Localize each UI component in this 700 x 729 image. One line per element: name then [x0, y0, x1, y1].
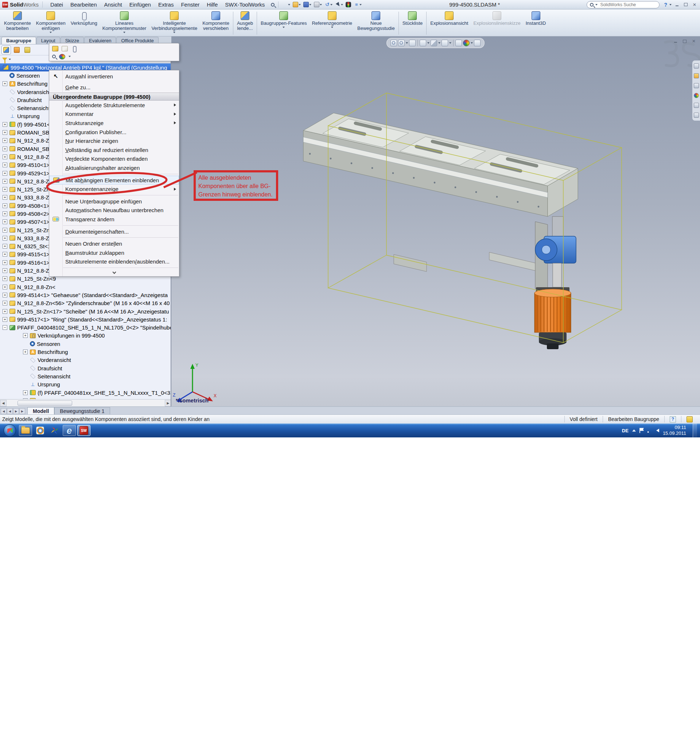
previous-view-icon[interactable] [409, 40, 415, 46]
mate-icon[interactable] [71, 46, 77, 51]
menu-item[interactable]: Vollständig auf reduziert einstellen [49, 145, 179, 155]
expand-toggle-icon[interactable]: + [3, 309, 7, 314]
expand-toggle-icon[interactable]: + [3, 276, 7, 281]
scroll-left-icon[interactable]: ◀ [0, 400, 7, 407]
dropdown-caret-icon[interactable] [449, 42, 451, 44]
appearances-scenes-icon[interactable] [694, 103, 699, 108]
dropdown-caret-icon[interactable] [438, 42, 440, 44]
tree-item[interactable]: +999-4517<1> "Ring" (Standard<<Standard>… [0, 315, 171, 323]
dropdown-caret-icon[interactable] [299, 4, 301, 6]
expand-toggle-icon[interactable]: − [3, 325, 7, 330]
section-view-icon[interactable] [420, 40, 426, 46]
scrollbar-thumb[interactable] [17, 401, 72, 406]
menu-item[interactable]: Komponentenanzeige [49, 184, 179, 193]
menu-item[interactable]: Strukturelemente einblenden/ausblenden..… [49, 257, 179, 266]
menu-item[interactable]: Automatischen Neuaufbau unterbrechen [49, 206, 179, 215]
menu-item[interactable]: Mit abhängigen Elementen einblenden [49, 176, 179, 185]
rebuild-button[interactable] [345, 1, 352, 8]
taskbar-app-solidworks[interactable]: SW [77, 425, 90, 436]
dropdown-caret-icon[interactable] [330, 4, 333, 6]
doc-close-icon[interactable]: ✕ [691, 39, 697, 44]
appearances-icon[interactable] [463, 40, 470, 46]
menu-item[interactable]: ↖Auswahl invertieren [49, 71, 179, 82]
model-tab-modell[interactable]: Modell [28, 407, 54, 415]
menubar-item[interactable]: Extras [155, 1, 177, 9]
expand-toggle-icon[interactable]: + [23, 391, 28, 395]
file-explorer-icon[interactable] [694, 83, 699, 88]
dropdown-caret-icon[interactable] [288, 4, 290, 6]
taskbar-app-explorer[interactable] [19, 425, 32, 436]
tree-item[interactable]: +ABeschriftung [0, 348, 171, 356]
dropdown-caret-icon[interactable] [283, 27, 285, 28]
toolbar-button-verknpfung[interactable]: Verknüpfung [68, 10, 100, 36]
help-caret-icon[interactable] [670, 4, 672, 6]
toolbar-button-baugruppen-features[interactable]: Baugruppen-Features [258, 10, 309, 36]
solidworks-resources-icon[interactable] [694, 64, 699, 68]
minimize-button[interactable] [674, 2, 680, 7]
expand-toggle-icon[interactable]: + [3, 81, 7, 86]
menu-item[interactable]: Neue Unterbaugruppe einfügen [49, 197, 179, 206]
menu-item[interactable]: Baumstruktur zuklappen [49, 248, 179, 257]
menu-item[interactable]: Verdeckte Komponenten entladen [49, 155, 179, 164]
expand-toggle-icon[interactable]: + [3, 317, 7, 322]
menu-item[interactable]: Aktualisierungshalter anzeigen [49, 163, 179, 173]
hide-show-items-icon[interactable] [455, 40, 462, 46]
expand-toggle-icon[interactable]: + [3, 203, 7, 208]
menubar-item[interactable]: Hilfe [203, 1, 221, 9]
volume-icon[interactable] [656, 428, 659, 432]
expand-toggle-icon[interactable]: + [23, 333, 28, 338]
expand-toggle-icon[interactable]: + [3, 293, 7, 298]
menu-item[interactable]: Gehe zu... [49, 82, 179, 93]
appearance-caret-icon[interactable] [68, 56, 71, 57]
dropdown-caret-icon[interactable] [320, 4, 322, 6]
configurationmanager-tab[interactable] [23, 45, 32, 54]
tab-baugruppe[interactable]: Baugruppe [1, 37, 36, 44]
graphics-viewport[interactable]: Y X Z ✕ *Isometrisch [171, 36, 700, 407]
expand-toggle-icon[interactable]: + [3, 285, 7, 289]
menubar-item[interactable]: Ansicht [101, 1, 125, 9]
select-button[interactable] [334, 1, 344, 8]
menu-expand-chevron[interactable] [49, 269, 179, 276]
search-box[interactable] [587, 1, 659, 9]
dropdown-caret-icon[interactable] [173, 32, 175, 33]
language-indicator[interactable]: DE [622, 428, 629, 433]
toolbar-button-komponente-bearbeiten[interactable]: Komponentebearbeiten [1, 10, 33, 36]
expand-toggle-icon[interactable]: + [3, 130, 7, 135]
restore-button[interactable] [683, 2, 689, 7]
menubar-item[interactable]: Fenster [177, 1, 203, 9]
featuremanager-tab[interactable] [1, 45, 11, 54]
menu-item[interactable]: Configuration Publisher... [49, 128, 179, 137]
tree-item[interactable]: Seitenansicht [0, 372, 171, 380]
expand-toggle-icon[interactable]: + [3, 301, 7, 305]
dropdown-caret-icon[interactable] [123, 32, 125, 33]
expand-toggle-icon[interactable]: + [3, 219, 7, 224]
view-orientation-icon[interactable] [431, 40, 437, 46]
custom-properties-icon[interactable] [694, 113, 699, 118]
expand-toggle-icon[interactable]: + [3, 268, 7, 273]
dropdown-caret-icon[interactable] [309, 4, 311, 6]
dropdown-caret-icon[interactable] [406, 42, 408, 44]
expand-toggle-icon[interactable]: + [3, 260, 7, 265]
expand-toggle-icon[interactable]: + [3, 244, 7, 248]
expand-toggle-icon[interactable]: + [3, 179, 7, 184]
help-icon[interactable]: ? [664, 2, 667, 8]
scroll-right-icon[interactable]: ▶ [165, 400, 171, 407]
toolbar-button-neue-bewegungsstudie[interactable]: NeueBewegungsstudie [355, 10, 397, 36]
expand-toggle-icon[interactable]: + [3, 163, 7, 167]
taskbar-app-media-player[interactable] [33, 425, 46, 436]
expand-toggle-icon[interactable]: + [3, 252, 7, 257]
status-pane-toggle-icon[interactable] [687, 416, 693, 423]
display-style-icon[interactable] [441, 40, 448, 46]
show-desktop-button[interactable] [693, 424, 697, 437]
tree-item[interactable]: Vorderansicht [0, 356, 171, 364]
doc-minimize-icon[interactable] [672, 39, 679, 44]
view-palette-icon[interactable] [694, 93, 699, 98]
menu-item[interactable]: Dokumenteigenschaften... [49, 227, 179, 236]
menu-item[interactable]: Ausgeblendete Strukturelemente [49, 100, 179, 110]
expand-toggle-icon[interactable]: + [3, 187, 7, 192]
scene-icon[interactable] [474, 40, 481, 46]
tree-item[interactable]: Draufsicht [0, 364, 171, 372]
show-hidden-icons-icon[interactable] [632, 429, 636, 431]
toolbar-button-lineares-komponentenmuster[interactable]: LinearesKomponentenmuster [100, 10, 149, 36]
tree-item[interactable]: +999-4514<1> "Gehaeuse" (Standard<<Stand… [0, 291, 171, 299]
